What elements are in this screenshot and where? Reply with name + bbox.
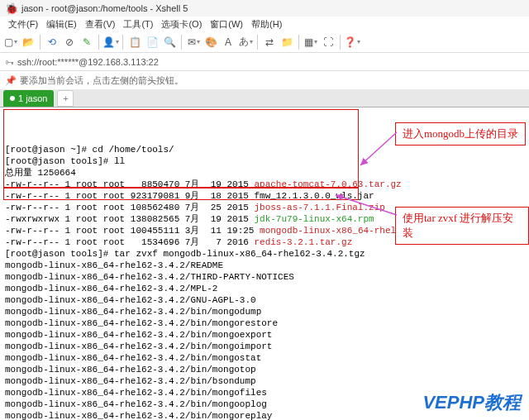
terminal[interactable]: [root@jason ~]# cd /home/tools/[root@jas… (0, 107, 529, 420)
toolbar-separator (40, 35, 41, 50)
menu-file[interactable]: 文件(F) (5, 18, 41, 31)
hint-text: 要添加当前会话，点击左侧的箭头按钮。 (20, 74, 183, 87)
menu-help[interactable]: 帮助(H) (248, 18, 285, 31)
script-button[interactable]: ❓ (345, 35, 360, 50)
toolbar-separator (98, 35, 99, 50)
app-icon: 🐞 (5, 2, 18, 15)
new-session-button[interactable]: ▢ (3, 35, 18, 50)
callout-tar-extract: 使用tar zvxf 进行解压安装 (395, 207, 529, 245)
menu-view[interactable]: 查看(V) (82, 18, 119, 31)
profile-button[interactable]: 👤 (103, 35, 118, 50)
toolbar-separator (257, 35, 258, 50)
toolbar-separator (340, 35, 341, 50)
title-bar: 🐞 jason - root@jason:/home/tools - Xshel… (0, 0, 529, 17)
toolbar: ▢ 📂 ⟲ ⊘ ✎ 👤 📋 📄 🔍 ✉ 🎨 A あ ⇄ 📁 ▦ ⛶ ❓ (0, 31, 529, 53)
add-tab-button[interactable]: + (57, 90, 74, 107)
color-button[interactable]: 🎨 (203, 35, 218, 50)
toolbar-separator (122, 35, 123, 50)
reconnect-button[interactable]: ⟲ (45, 35, 60, 50)
fullscreen-button[interactable]: ⛶ (321, 35, 336, 50)
connect-button[interactable]: ✎ (79, 35, 94, 50)
status-dot-icon (10, 96, 15, 101)
properties-button[interactable]: ✉ (186, 35, 201, 50)
watermark: VEPHP教程 (422, 390, 521, 415)
paste-button[interactable]: 📄 (145, 35, 160, 50)
toolbar-separator (298, 35, 299, 50)
toolbar-separator (181, 35, 182, 50)
menu-tab[interactable]: 选项卡(O) (158, 18, 205, 31)
session-tab[interactable]: 1 jason (3, 90, 54, 107)
transfer-button[interactable]: ⇄ (262, 35, 277, 50)
tab-label: 1 jason (18, 93, 47, 103)
address-bar: 🗝 ssh://root:******@192.168.3.113:22 (0, 53, 529, 71)
lock-icon: 🗝 (5, 57, 14, 67)
pin-icon: 📌 (5, 75, 17, 86)
callout-enter-dir: 进入mongodb上传的目录 (395, 122, 526, 146)
disconnect-button[interactable]: ⊘ (62, 35, 77, 50)
encoding-button[interactable]: あ (238, 35, 253, 50)
copy-button[interactable]: 📋 (127, 35, 142, 50)
tab-strip: 1 jason + (0, 89, 529, 107)
layout-button[interactable]: ▦ (303, 35, 318, 50)
menu-window[interactable]: 窗口(W) (207, 18, 246, 31)
menu-tools[interactable]: 工具(T) (120, 18, 156, 31)
menu-edit[interactable]: 编辑(E) (43, 18, 80, 31)
hint-bar: 📌 要添加当前会话，点击左侧的箭头按钮。 (0, 71, 529, 89)
font-button[interactable]: A (221, 35, 236, 50)
menu-bar: 文件(F) 编辑(E) 查看(V) 工具(T) 选项卡(O) 窗口(W) 帮助(… (0, 17, 529, 31)
xftp-button[interactable]: 📁 (279, 35, 294, 50)
address-text[interactable]: ssh://root:******@192.168.3.113:22 (17, 57, 159, 67)
window-title: jason - root@jason:/home/tools - Xshell … (21, 3, 188, 13)
find-button[interactable]: 🔍 (162, 35, 177, 50)
open-button[interactable]: 📂 (21, 35, 36, 50)
